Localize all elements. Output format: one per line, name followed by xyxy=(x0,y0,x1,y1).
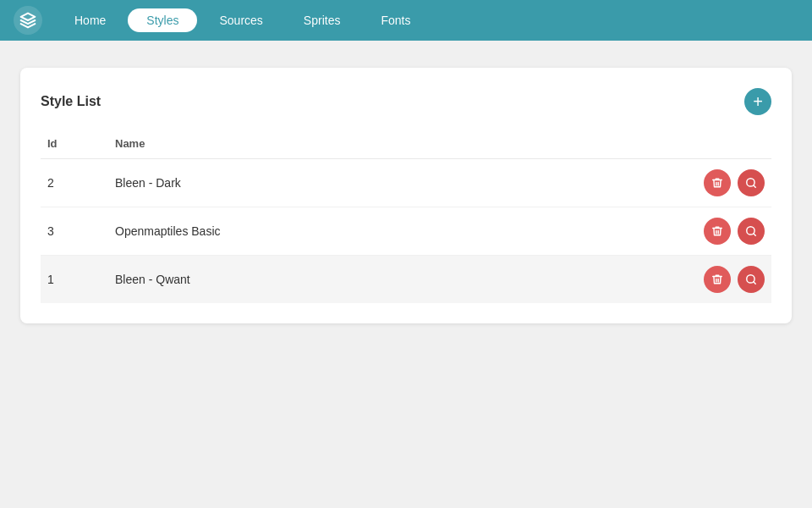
tab-sources[interactable]: Sources xyxy=(200,8,281,32)
cell-actions xyxy=(516,256,771,304)
card-title: Style List xyxy=(41,94,101,109)
tab-styles[interactable]: Styles xyxy=(128,8,197,32)
svg-line-3 xyxy=(754,234,756,236)
main-content: Style List + Id Name 2Bleen - Dark3Openm… xyxy=(0,41,812,351)
svg-line-5 xyxy=(754,282,756,284)
col-header-id: Id xyxy=(41,132,108,159)
card-header: Style List + xyxy=(41,88,771,115)
add-style-button[interactable]: + xyxy=(744,88,771,115)
tab-fonts[interactable]: Fonts xyxy=(362,8,429,32)
view-style-button[interactable] xyxy=(738,169,765,196)
cell-name: Openmaptiles Basic xyxy=(108,207,516,256)
view-style-button[interactable] xyxy=(738,218,765,245)
delete-style-button[interactable] xyxy=(704,169,731,196)
cell-actions xyxy=(516,207,771,256)
view-style-button[interactable] xyxy=(738,266,765,293)
col-header-actions xyxy=(516,132,771,159)
row-actions xyxy=(523,169,765,196)
cell-id: 3 xyxy=(41,207,108,256)
style-table: Id Name 2Bleen - Dark3Openmaptiles Basic… xyxy=(41,132,771,303)
delete-style-button[interactable] xyxy=(704,218,731,245)
table-body: 2Bleen - Dark3Openmaptiles Basic1Bleen -… xyxy=(41,159,771,304)
logo-icon xyxy=(14,6,42,35)
row-actions xyxy=(523,266,765,293)
cell-id: 2 xyxy=(41,159,108,207)
row-actions xyxy=(523,218,765,245)
table-row: 1Bleen - Qwant xyxy=(41,256,771,304)
cell-name: Bleen - Qwant xyxy=(108,256,516,304)
cell-id: 1 xyxy=(41,256,108,304)
col-header-name: Name xyxy=(108,132,516,159)
tab-sprites[interactable]: Sprites xyxy=(285,8,359,32)
table-header: Id Name xyxy=(41,132,771,159)
style-list-card: Style List + Id Name 2Bleen - Dark3Openm… xyxy=(20,68,792,323)
svg-line-1 xyxy=(754,185,756,188)
tab-home[interactable]: Home xyxy=(56,8,124,32)
delete-style-button[interactable] xyxy=(704,266,731,293)
cell-name: Bleen - Dark xyxy=(108,159,516,207)
cell-actions xyxy=(516,159,771,207)
table-row: 2Bleen - Dark xyxy=(41,159,771,207)
header: Home Styles Sources Sprites Fonts xyxy=(0,0,812,41)
nav-tabs: Home Styles Sources Sprites Fonts xyxy=(56,8,429,32)
table-row: 3Openmaptiles Basic xyxy=(41,207,771,256)
